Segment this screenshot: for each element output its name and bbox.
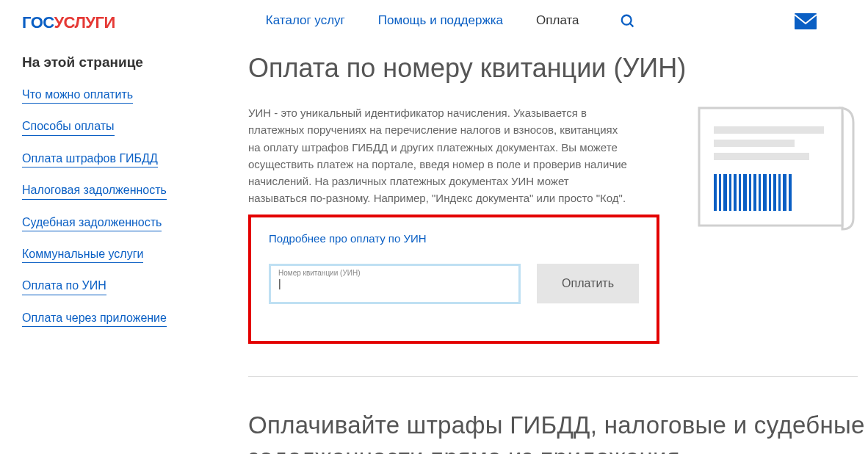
nav-payment[interactable]: Оплата [536,13,579,32]
section2-title: Оплачивайте штрафы ГИБДД, налоговые и су… [248,409,868,455]
svg-rect-19 [773,174,776,211]
svg-rect-16 [759,174,761,211]
svg-rect-4 [714,126,824,134]
sidebar-item-uin[interactable]: Оплата по УИН [22,278,106,295]
svg-rect-5 [714,140,795,147]
payment-form-highlight: Подробнее про оплату по УИН Номер квитан… [248,215,659,344]
svg-rect-20 [778,174,781,211]
receipt-illustration [692,97,861,236]
header: ГОСУСЛУГИ Каталог услуг Помощь и поддерж… [0,0,868,46]
nav-help[interactable]: Помощь и поддержка [378,13,503,32]
sidebar: На этой странице Что можно оплатить Спос… [0,46,213,454]
logo-part1: ГОС [22,13,54,32]
svg-rect-17 [763,174,767,211]
svg-rect-11 [734,174,737,211]
body: На этой странице Что можно оплатить Спос… [0,46,868,454]
nav: Каталог услуг Помощь и поддержка Оплата [266,13,636,32]
svg-rect-21 [783,174,786,211]
more-about-uin-link[interactable]: Подробнее про оплату по УИН [269,232,427,245]
svg-point-0 [621,15,631,25]
svg-rect-14 [749,174,751,211]
svg-rect-13 [743,174,747,211]
svg-rect-8 [719,174,721,211]
main: Оплата по номеру квитанции (УИН) УИН - э… [213,46,868,454]
description: УИН - это уникальный идентификатор начис… [248,104,630,207]
logo-part2: УСЛУГИ [54,13,115,32]
sidebar-item-app[interactable]: Оплата через приложение [22,310,167,327]
uin-input-cursor: | [278,278,511,289]
sidebar-item-fines[interactable]: Оплата штрафов ГИБДД [22,151,158,167]
mail-icon[interactable] [795,13,817,32]
uin-input-label: Номер квитанции (УИН) [278,269,511,277]
svg-line-1 [629,24,633,27]
sidebar-item-utilities[interactable]: Коммунальные услуги [22,246,143,263]
svg-rect-6 [714,153,809,160]
svg-rect-15 [753,174,756,211]
svg-rect-10 [729,174,731,211]
search-icon[interactable] [620,13,636,32]
svg-rect-7 [714,174,717,211]
svg-rect-9 [723,174,727,211]
pay-button[interactable]: Оплатить [537,264,639,303]
logo[interactable]: ГОСУСЛУГИ [22,13,115,32]
svg-rect-22 [789,174,792,211]
sidebar-title: На этой странице [22,54,191,71]
sidebar-item-tax[interactable]: Налоговая задолженность [22,182,167,199]
divider [248,376,858,377]
sidebar-item-judicial[interactable]: Судебная задолженность [22,215,162,231]
svg-rect-2 [795,13,817,29]
svg-rect-18 [769,174,771,211]
nav-catalog[interactable]: Каталог услуг [266,13,345,32]
svg-rect-12 [739,174,741,211]
sidebar-item-what-pay[interactable]: Что можно оплатить [22,87,133,104]
sidebar-item-methods[interactable]: Способы оплаты [22,118,115,135]
page-title: Оплата по номеру квитанции (УИН) [248,53,868,84]
input-row: Номер квитанции (УИН) | Оплатить [269,264,639,304]
uin-input[interactable]: Номер квитанции (УИН) | [269,264,521,304]
